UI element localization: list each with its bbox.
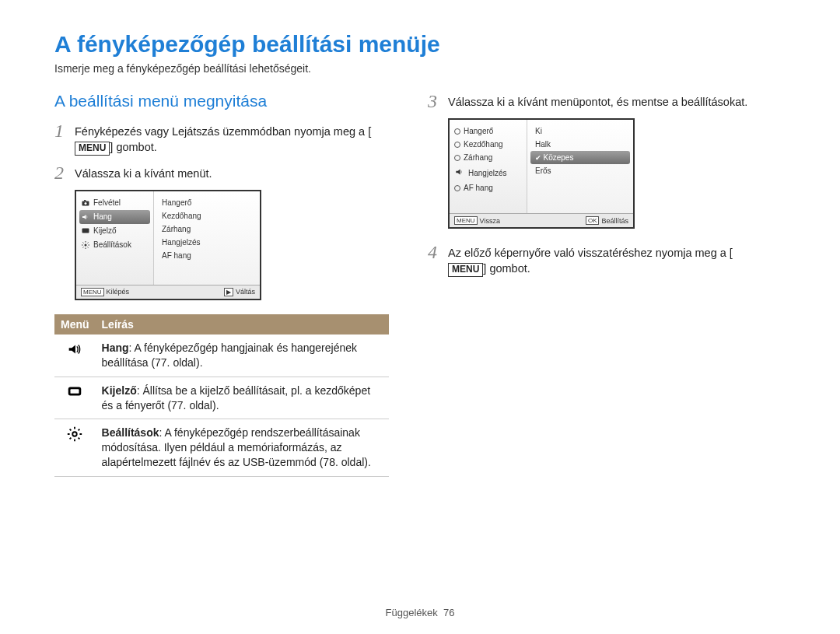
- table-cell: Hang: A fényképezőgép hangjainak és hang…: [96, 335, 389, 377]
- table-row: Kijelző: Állítsa be a kijelző beállítása…: [54, 377, 389, 419]
- menu-description-table: Menü Leírás Hang: A fényképezőgép hangja…: [54, 314, 389, 477]
- table-head-desc: Leírás: [96, 314, 389, 335]
- opt-label: Zárhang: [464, 153, 492, 162]
- play-key-icon: ▶: [224, 288, 233, 296]
- table-row: Hang: A fényképezőgép hangjainak és hang…: [54, 335, 389, 377]
- opt-label: Hangerő: [464, 127, 493, 135]
- camera-icon: [81, 198, 90, 208]
- sound-icon: [54, 335, 96, 377]
- display-icon: [81, 226, 90, 236]
- page-title: A fényképezőgép beállítási menüje: [54, 31, 786, 58]
- table-row: Beállítások: A fényképezőgép rendszerbeá…: [54, 419, 389, 477]
- menu-item-label: Hang: [93, 212, 112, 221]
- gear-icon: [81, 240, 90, 250]
- option-left-item: Hangjelzés: [453, 164, 523, 181]
- step-number: 3: [428, 92, 448, 110]
- step1-post: ] gombot.: [110, 141, 156, 153]
- page-intro: Ismerje meg a fényképezőgép beállítási l…: [54, 62, 786, 75]
- option-left-item: Zárhang: [453, 151, 523, 164]
- submenu-item: Hangjelzés: [160, 236, 254, 249]
- menu-button-label: MENU: [448, 263, 483, 277]
- step-3: 3 Válassza ki a kívánt menüpontot, és me…: [428, 92, 762, 110]
- option-left-item: AF hang: [453, 181, 523, 194]
- svg-rect-3: [82, 228, 89, 233]
- option-value: Erős: [530, 164, 630, 177]
- option-left-item: Hangerő: [453, 124, 523, 138]
- menu-item-label: Kijelző: [93, 226, 116, 235]
- footer-left: MENU Kilépés: [81, 288, 129, 296]
- footer-right: OK Beállítás: [586, 216, 628, 225]
- camera-menu-screenshot-2: Hangerő Kezdőhang Zárhang Hangjelzés AF …: [448, 118, 635, 229]
- step-text: Fényképezés vagy Lejátszás üzemmódban ny…: [75, 121, 389, 156]
- opt-label: Kezdőhang: [464, 140, 503, 149]
- page-footer: Függelékek 76: [0, 607, 840, 618]
- option-left-item: Kezdőhang: [453, 138, 523, 151]
- option-value: Ki: [530, 124, 630, 138]
- submenu-item: AF hang: [160, 249, 254, 262]
- sound-icon: [81, 212, 90, 222]
- opt-label: AF hang: [464, 184, 493, 192]
- display-icon: [54, 377, 96, 419]
- step-number: 4: [428, 243, 448, 261]
- svg-point-7: [73, 433, 78, 437]
- step-text: Az előző képernyőre való visszatéréshez …: [448, 243, 762, 277]
- footer-right-label: Beállítás: [601, 217, 628, 225]
- gear-icon: [54, 419, 96, 477]
- step-2: 2 Válassza ki a kívánt menüt.: [54, 163, 389, 182]
- footer-right-label: Váltás: [236, 288, 255, 296]
- footer-page: 76: [443, 607, 454, 618]
- step-1: 1 Fényképezés vagy Lejátszás üzemmódban …: [54, 121, 389, 156]
- ok-key-icon: OK: [586, 216, 600, 225]
- desc-title: Beállítások: [102, 426, 159, 439]
- table-cell: Kijelző: Állítsa be a kijelző beállítása…: [96, 377, 389, 419]
- camera-menu-screenshot-1: Felvétel Hang Kijelző: [75, 190, 261, 300]
- option-value-selected: Közepes: [530, 151, 630, 164]
- step4-pre: Az előző képernyőre való visszatéréshez …: [448, 247, 733, 259]
- svg-rect-2: [84, 200, 86, 201]
- footer-left: MENU Vissza: [454, 216, 500, 225]
- step-text: Válassza ki a kívánt menüt.: [75, 163, 212, 181]
- step4-post: ] gombot.: [483, 262, 530, 275]
- submenu-item: Hangerő: [160, 196, 254, 209]
- step-number: 1: [54, 121, 75, 140]
- table-cell: Beállítások: A fényképezőgép rendszerbeá…: [96, 419, 389, 477]
- desc-text: : A fényképezőgép hangjainak és hangerej…: [102, 342, 357, 369]
- section-title: A beállítási menü megnyitása: [54, 92, 389, 110]
- menu-key-icon: MENU: [454, 216, 478, 225]
- step1-pre: Fényképezés vagy Lejátszás üzemmódban ny…: [75, 125, 371, 138]
- opt-label: Hangjelzés: [468, 169, 506, 177]
- desc-title: Hang: [102, 342, 129, 354]
- menu-item-felvetel: Felvétel: [79, 196, 150, 210]
- menu-key-icon: MENU: [81, 288, 104, 296]
- menu-item-label: Beállítások: [93, 240, 131, 249]
- table-head-menu: Menü: [54, 314, 96, 335]
- step-text: Válassza ki a kívánt menüpontot, és ment…: [448, 92, 747, 110]
- svg-point-4: [85, 243, 87, 246]
- footer-label: Függelékek: [386, 607, 438, 618]
- menu-item-kijelzo: Kijelző: [79, 224, 150, 238]
- svg-rect-6: [71, 389, 79, 394]
- footer-left-label: Kilépés: [107, 288, 130, 296]
- step-number: 2: [54, 163, 75, 182]
- desc-title: Kijelző: [102, 384, 137, 397]
- menu-button-label: MENU: [75, 142, 110, 156]
- svg-point-1: [85, 202, 87, 205]
- sound-icon: [454, 166, 465, 179]
- menu-item-hang: Hang: [79, 210, 150, 224]
- menu-item-label: Felvétel: [93, 198, 121, 207]
- footer-left-label: Vissza: [480, 217, 500, 225]
- step-4: 4 Az előző képernyőre való visszatéréshe…: [428, 243, 762, 277]
- desc-text: : Állítsa be a kijelző beállításait, pl.…: [102, 384, 371, 412]
- footer-right: ▶ Váltás: [224, 288, 255, 296]
- submenu-item: Zárhang: [160, 222, 254, 236]
- option-value: Halk: [530, 138, 630, 151]
- submenu-item: Kezdőhang: [160, 209, 254, 222]
- menu-item-beallitasok: Beállítások: [79, 238, 150, 252]
